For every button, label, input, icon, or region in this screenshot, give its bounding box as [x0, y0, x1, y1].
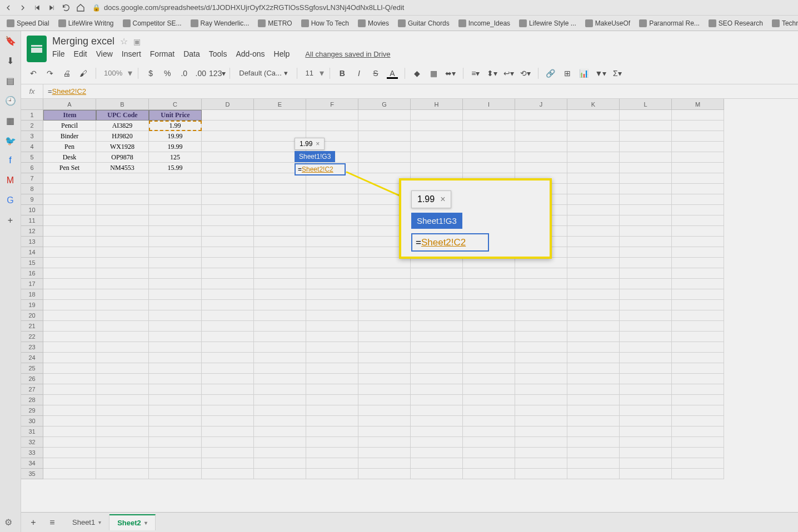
cell[interactable] [620, 289, 672, 300]
cell[interactable] [463, 258, 515, 268]
cell[interactable] [43, 353, 96, 363]
cell[interactable] [96, 437, 149, 448]
cell[interactable] [567, 332, 620, 342]
cell[interactable] [672, 405, 724, 416]
document-title[interactable]: Merging excel [52, 36, 114, 47]
cell[interactable] [463, 289, 515, 300]
cell[interactable] [96, 458, 149, 469]
cell[interactable] [149, 205, 202, 215]
cell[interactable] [515, 110, 567, 121]
cell[interactable] [620, 163, 672, 173]
cell[interactable] [43, 342, 96, 353]
cell[interactable] [306, 353, 358, 363]
row-header[interactable]: 16 [21, 268, 43, 279]
bookmark-item[interactable]: How To Tech [298, 18, 352, 28]
menu-format[interactable]: Format [150, 49, 174, 58]
bookmark-item[interactable]: LifeWire Writng [55, 18, 117, 28]
undo-button[interactable]: ↶ [27, 67, 40, 80]
cell[interactable] [567, 437, 620, 448]
google-icon[interactable]: G [6, 195, 16, 205]
cell[interactable] [567, 448, 620, 458]
cell[interactable] [411, 458, 463, 469]
cell[interactable]: 19.99 [149, 131, 202, 142]
column-header[interactable]: B [96, 99, 149, 110]
cell[interactable] [149, 279, 202, 289]
cell[interactable] [254, 121, 306, 131]
cell[interactable]: OP9878 [96, 152, 149, 163]
cell[interactable] [567, 342, 620, 353]
cell[interactable] [672, 173, 724, 184]
cell[interactable] [306, 405, 358, 416]
cell[interactable] [672, 384, 724, 395]
bookmark-item[interactable]: METRO [255, 18, 295, 28]
cell[interactable] [149, 247, 202, 258]
cell[interactable] [43, 448, 96, 458]
cell[interactable] [515, 448, 567, 458]
cell[interactable] [567, 247, 620, 258]
cell[interactable] [254, 226, 306, 237]
cell[interactable] [306, 395, 358, 405]
row-header[interactable]: 2 [21, 121, 43, 131]
cell[interactable] [567, 184, 620, 194]
cell[interactable] [43, 300, 96, 310]
cell[interactable] [202, 184, 254, 194]
cell[interactable] [672, 342, 724, 353]
cell[interactable] [672, 332, 724, 342]
download-icon[interactable]: ⬇ [6, 56, 16, 66]
cell[interactable] [515, 268, 567, 279]
cell[interactable] [567, 268, 620, 279]
callout-formula-input[interactable]: =Sheet2!C2 [411, 233, 489, 252]
cell[interactable] [515, 469, 567, 479]
cell[interactable] [411, 268, 463, 279]
cell[interactable] [463, 152, 515, 163]
cell[interactable] [620, 152, 672, 163]
cell[interactable] [202, 321, 254, 332]
cell[interactable] [43, 215, 96, 226]
cell[interactable] [515, 426, 567, 437]
cell[interactable] [672, 437, 724, 448]
cell[interactable] [43, 469, 96, 479]
cell[interactable] [567, 384, 620, 395]
cell[interactable] [96, 237, 149, 247]
row-header[interactable]: 1 [21, 110, 43, 121]
cell[interactable] [202, 247, 254, 258]
cell[interactable] [254, 384, 306, 395]
cell[interactable] [463, 121, 515, 131]
cell[interactable] [567, 279, 620, 289]
star-icon[interactable]: ☆ [120, 36, 128, 47]
cell[interactable] [411, 310, 463, 321]
cell[interactable] [254, 310, 306, 321]
cell[interactable] [254, 205, 306, 215]
cell[interactable] [358, 416, 411, 426]
cell[interactable]: AI3829 [96, 121, 149, 131]
cell[interactable] [254, 321, 306, 332]
cell[interactable] [306, 300, 358, 310]
cell[interactable] [672, 205, 724, 215]
cell[interactable] [463, 342, 515, 353]
column-header[interactable]: M [672, 99, 724, 110]
cell[interactable] [672, 226, 724, 237]
cell[interactable] [254, 194, 306, 205]
cell[interactable] [620, 268, 672, 279]
cell[interactable]: Pen Set [43, 163, 96, 173]
cell[interactable] [672, 215, 724, 226]
cell[interactable] [672, 258, 724, 268]
cell[interactable] [620, 247, 672, 258]
cell[interactable] [202, 279, 254, 289]
cell[interactable] [567, 152, 620, 163]
rotate-button[interactable]: ⟲▾ [519, 67, 532, 80]
cell[interactable] [43, 395, 96, 405]
cell[interactable] [358, 110, 411, 121]
cell[interactable] [202, 289, 254, 300]
cell[interactable] [620, 142, 672, 152]
column-header[interactable]: G [358, 99, 411, 110]
cell[interactable] [411, 405, 463, 416]
row-header[interactable]: 21 [21, 321, 43, 332]
cell[interactable] [620, 405, 672, 416]
cell[interactable] [411, 374, 463, 384]
cell[interactable] [306, 226, 358, 237]
cell[interactable] [202, 110, 254, 121]
fill-color-button[interactable]: ◆ [411, 67, 424, 80]
cell[interactable]: WX1928 [96, 142, 149, 152]
cell[interactable] [515, 437, 567, 448]
